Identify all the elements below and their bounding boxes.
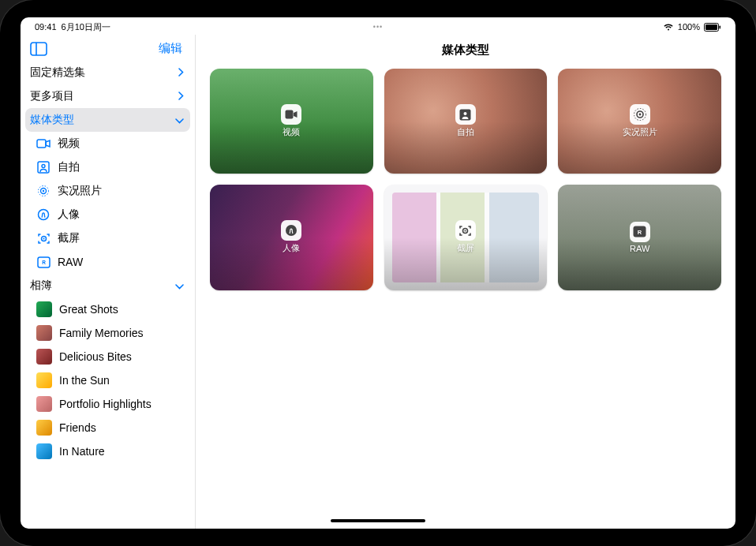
album-thumbnail [36, 349, 52, 365]
svg-text:R: R [42, 260, 46, 265]
sidebar-album-item[interactable]: Delicious Bites [21, 345, 195, 368]
chevron-right-icon [178, 90, 184, 103]
status-date: 6月10日周一 [62, 21, 110, 33]
battery-text: 100% [678, 22, 700, 32]
svg-point-22 [286, 225, 297, 236]
svg-point-18 [464, 112, 467, 115]
svg-rect-2 [720, 25, 721, 28]
svg-point-21 [638, 114, 641, 116]
sidebar-item-raw[interactable]: R RAW [21, 250, 195, 274]
raw-icon: R [36, 255, 51, 269]
sidebar-item-pinned-collections[interactable]: 固定精选集 [21, 61, 195, 84]
video-icon [36, 136, 51, 151]
sidebar-item-screenshot[interactable]: 截屏 [21, 226, 195, 250]
sidebar-item-video[interactable]: 视频 [21, 132, 195, 155]
edit-button[interactable]: 编辑 [159, 41, 182, 56]
chevron-right-icon [178, 66, 184, 79]
sidebar-album-item[interactable]: Friends [21, 416, 195, 439]
battery-icon [704, 23, 721, 32]
media-type-grid: 视频 自拍 [196, 64, 735, 295]
album-thumbnail [36, 301, 52, 317]
sidebar-item-media-types[interactable]: 媒体类型 [21, 108, 195, 132]
sidebar: 编辑 固定精选集 更多项目 媒体类型 [21, 35, 196, 529]
svg-rect-5 [37, 140, 46, 148]
sidebar-item-selfie[interactable]: 自拍 [21, 155, 195, 179]
selfie-icon [455, 104, 476, 125]
svg-point-13 [43, 237, 44, 239]
svg-point-7 [42, 165, 45, 168]
portrait-icon [36, 208, 51, 222]
tile-label: RAW [630, 244, 649, 253]
sidebar-album-item[interactable]: Portfolio Highlights [21, 392, 195, 416]
wifi-icon [663, 23, 674, 32]
sidebar-album-item[interactable]: In Nature [21, 439, 195, 463]
multitask-handle-icon[interactable]: ••• [373, 23, 383, 31]
tile-selfie[interactable]: 自拍 [384, 69, 548, 174]
sidebar-album-item[interactable]: In the Sun [21, 368, 195, 392]
chevron-down-icon [175, 114, 184, 126]
sidebar-item-livephoto[interactable]: 实况照片 [21, 179, 195, 203]
sidebar-album-item[interactable]: Great Shots [21, 297, 195, 321]
svg-point-24 [465, 230, 466, 231]
video-icon [281, 104, 301, 125]
status-time: 09:41 [35, 22, 57, 32]
ipad-device-frame: 09:41 6月10日周一 ••• 100% [0, 0, 756, 546]
screenshot-icon [455, 220, 476, 241]
svg-rect-3 [31, 43, 47, 55]
svg-point-10 [43, 190, 44, 192]
raw-icon: R [630, 222, 650, 242]
tile-label: 截屏 [457, 242, 474, 254]
tile-livephoto[interactable]: 实况照片 [558, 69, 721, 174]
sidebar-item-albums[interactable]: 相簿 [21, 274, 195, 297]
selfie-icon [36, 160, 51, 174]
main-content: 媒体类型 视频 [196, 35, 735, 529]
album-thumbnail [36, 396, 52, 412]
tile-portrait[interactable]: 人像 [210, 185, 373, 290]
tile-label: 自拍 [457, 126, 474, 138]
screenshot-icon [36, 231, 51, 245]
album-thumbnail [36, 372, 52, 388]
sidebar-item-portrait[interactable]: 人像 [21, 203, 195, 226]
status-bar: 09:41 6月10日周一 ••• 100% [21, 17, 735, 35]
sidebar-toggle-button[interactable] [30, 42, 47, 56]
album-thumbnail [36, 420, 52, 436]
svg-rect-16 [286, 110, 294, 119]
sidebar-album-item[interactable]: Family Memories [21, 321, 195, 345]
page-title: 媒体类型 [196, 35, 735, 64]
livephoto-icon [36, 184, 51, 198]
home-indicator[interactable] [331, 519, 425, 522]
sidebar-item-more-items[interactable]: 更多项目 [21, 84, 195, 108]
tile-raw[interactable]: R RAW [558, 185, 721, 290]
chevron-down-icon [175, 279, 184, 292]
svg-text:R: R [638, 229, 642, 236]
album-thumbnail [36, 325, 52, 341]
album-thumbnail [36, 443, 52, 459]
svg-point-11 [39, 210, 49, 220]
tile-label: 实况照片 [623, 126, 657, 138]
tile-screenshot[interactable]: 截屏 [384, 185, 548, 290]
tile-video[interactable]: 视频 [210, 69, 373, 174]
tile-label: 人像 [283, 242, 300, 254]
svg-rect-1 [705, 24, 717, 30]
tile-label: 视频 [283, 126, 300, 138]
livephoto-icon [630, 104, 650, 125]
portrait-icon [281, 220, 301, 241]
screen: 09:41 6月10日周一 ••• 100% [21, 17, 735, 529]
